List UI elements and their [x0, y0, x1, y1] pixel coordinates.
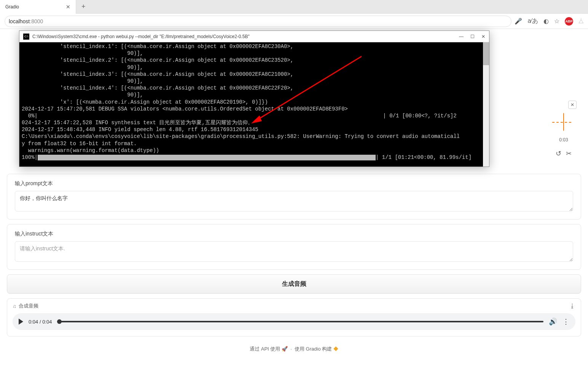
terminal-title: C:\Windows\System32\cmd.exe - python web… — [32, 34, 250, 39]
cmd-icon: C:\ — [23, 34, 29, 40]
edge-icon[interactable]: ◐ — [543, 18, 549, 25]
instruct-card: 输入instruct文本 — [7, 224, 581, 270]
volume-icon[interactable]: 🔊 — [549, 317, 557, 326]
minimize-icon[interactable]: — — [459, 34, 464, 39]
prompt-label: 输入prompt文本 — [15, 180, 573, 187]
tab-title: Gradio — [5, 4, 19, 10]
prompt-input[interactable] — [15, 191, 573, 211]
abp-extension-icon[interactable]: ABP — [565, 17, 573, 26]
url-port: :8000 — [30, 18, 43, 24]
terminal-scrollbar[interactable] — [483, 42, 489, 167]
waveform-baseline — [552, 122, 571, 123]
browser-tab-strip: Gradio ✕ + — [0, 0, 588, 14]
translate-icon[interactable]: a⁄あ — [527, 17, 538, 25]
terminal-titlebar[interactable]: C:\ C:\Windows\System32\cmd.exe - python… — [19, 31, 489, 42]
play-button[interactable] — [19, 319, 23, 325]
browser-tab[interactable]: Gradio ✕ — [0, 0, 76, 14]
extension-icon[interactable]: ⧊ — [578, 18, 583, 25]
tab-close-icon[interactable]: ✕ — [66, 4, 70, 10]
address-bar: localhost:8000 🎤 a⁄あ ◐ ☆ ABP ⧊ — [0, 14, 588, 29]
instruct-label: 输入instruct文本 — [15, 231, 573, 237]
seek-bar[interactable] — [57, 321, 543, 322]
download-icon[interactable]: ⭳ — [569, 303, 575, 309]
terminal-body[interactable]: 'stencil_index.1': [(<numba.core.ir.Assi… — [19, 42, 489, 167]
api-link[interactable]: 通过 API 使用 🚀 — [250, 346, 288, 352]
trim-icon[interactable]: ✂ — [566, 149, 572, 158]
instruct-input[interactable] — [15, 241, 573, 262]
gradio-logo-icon: ◆ — [333, 346, 338, 352]
address-bar-actions: 🎤 a⁄あ ◐ ☆ ABP ⧊ — [515, 17, 583, 26]
favorite-icon[interactable]: ☆ — [554, 18, 559, 25]
close-icon[interactable]: ✕ — [568, 101, 577, 109]
maximize-icon[interactable]: ☐ — [470, 34, 475, 39]
audio-preview-panel: ✕ 0:03 ↺ ✂ — [552, 101, 575, 158]
progress-suffix: | 1/1 [01:21<00:00, 81.99s/it] — [376, 154, 472, 160]
close-window-icon[interactable]: ✕ — [481, 34, 485, 39]
progress-prefix: 100%| — [22, 154, 38, 160]
cmd-terminal-window: C:\ C:\Windows\System32\cmd.exe - python… — [19, 30, 489, 167]
prompt-card: 输入prompt文本 — [7, 174, 581, 219]
rocket-icon: 🚀 — [282, 346, 288, 352]
music-note-icon: ♫ — [13, 303, 16, 309]
generate-audio-button[interactable]: 生成音频 — [7, 274, 581, 294]
undo-icon[interactable]: ↺ — [556, 149, 561, 158]
output-audio-card: ♫ 合成音频 ⭳ 0:04 / 0:04 🔊 ⋮ — [7, 298, 581, 336]
gradio-link[interactable]: 使用 Gradio 构建 ◆ — [295, 346, 338, 352]
url-host: localhost — [9, 18, 30, 24]
audio-time: 0:04 / 0:04 — [29, 319, 52, 325]
audio-player: 0:04 / 0:04 🔊 ⋮ — [13, 313, 575, 330]
output-audio-label: 合成音频 — [19, 303, 38, 309]
more-options-icon[interactable]: ⋮ — [563, 317, 569, 326]
new-tab-button[interactable]: + — [76, 3, 91, 11]
preview-duration: 0:03 — [552, 137, 575, 143]
progress-bar — [38, 155, 376, 160]
mic-icon[interactable]: 🎤 — [515, 18, 522, 25]
gradio-footer: 通过 API 使用 🚀 · 使用 Gradio 构建 ◆ — [7, 343, 581, 355]
url-input[interactable]: localhost:8000 — [5, 16, 512, 27]
